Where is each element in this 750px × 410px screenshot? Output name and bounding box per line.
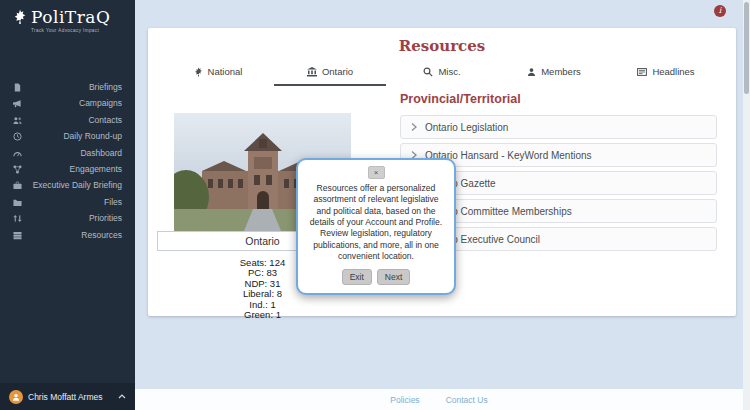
stack-icon bbox=[13, 231, 22, 240]
page-title: Resources bbox=[148, 37, 736, 55]
sidebar-item-briefings[interactable]: Briefings bbox=[0, 79, 135, 95]
sidebar-item-executive-daily-briefing[interactable]: Executive Daily Briefing bbox=[0, 177, 135, 193]
close-icon[interactable]: × bbox=[368, 166, 385, 179]
app-name: PoliTraQ bbox=[31, 9, 110, 26]
user-name: Chris Moffatt Armes bbox=[28, 392, 102, 402]
people-icon bbox=[13, 116, 22, 125]
document-icon bbox=[13, 83, 22, 92]
sidebar-item-priorities[interactable]: Priorities bbox=[0, 210, 135, 226]
app-tagline: Track Your Advocacy Impact bbox=[31, 28, 110, 33]
main-content: i Resources National Ontario Misc. Membe… bbox=[135, 0, 750, 410]
sidebar-item-label: Dashboard bbox=[80, 148, 122, 158]
exit-button[interactable]: Exit bbox=[342, 269, 372, 285]
sidebar-item-files[interactable]: Files bbox=[0, 194, 135, 210]
scrollbar-track[interactable] bbox=[743, 0, 750, 410]
megaphone-icon bbox=[13, 99, 22, 108]
next-button[interactable]: Next bbox=[377, 269, 410, 285]
stat-green: Green: 1 bbox=[240, 310, 285, 320]
sidebar-item-label: Engagements bbox=[70, 164, 122, 174]
newspaper-icon bbox=[637, 67, 647, 77]
sidebar-item-daily-round-up[interactable]: Daily Round-up bbox=[0, 128, 135, 144]
briefcase-icon bbox=[13, 181, 22, 190]
tab-bar: National Ontario Misc. Members Headlines bbox=[162, 61, 722, 86]
person-icon bbox=[527, 67, 536, 77]
sidebar-item-label: Resources bbox=[81, 230, 122, 240]
tab-members[interactable]: Members bbox=[498, 61, 610, 86]
sidebar-menu: Briefings Campaigns Contacts Daily Round… bbox=[0, 79, 135, 243]
sidebar-item-campaigns[interactable]: Campaigns bbox=[0, 95, 135, 111]
footer: Policies Contact Us bbox=[135, 389, 743, 410]
sidebar-item-label: Priorities bbox=[89, 213, 122, 223]
folder-icon bbox=[13, 198, 22, 207]
tab-label: Misc. bbox=[438, 66, 460, 77]
tour-tooltip: × Resources offer a personalized assortm… bbox=[296, 158, 456, 295]
search-icon bbox=[423, 67, 433, 77]
sidebar-item-engagements[interactable]: Engagements bbox=[0, 161, 135, 177]
network-icon bbox=[13, 165, 22, 174]
province-stats: Seats: 124 PC: 83 NDP: 31 Liberal: 8 Ind… bbox=[240, 258, 285, 321]
info-icon[interactable]: i bbox=[714, 5, 726, 17]
chevron-up-icon bbox=[118, 394, 126, 399]
sidebar-item-contacts[interactable]: Contacts bbox=[0, 112, 135, 128]
gauge-icon bbox=[13, 149, 22, 158]
tour-text: Resources offer a personalized assortmen… bbox=[306, 183, 446, 262]
tab-label: Members bbox=[541, 66, 581, 77]
chevron-right-icon bbox=[411, 123, 417, 131]
bank-icon bbox=[307, 67, 317, 77]
sidebar-item-label: Files bbox=[104, 197, 122, 207]
tab-national[interactable]: National bbox=[162, 61, 274, 86]
maple-leaf-logo-icon bbox=[13, 9, 27, 25]
accordion-label: Ontario Legislation bbox=[425, 122, 508, 133]
sidebar-item-resources[interactable]: Resources bbox=[0, 227, 135, 243]
section-heading: Provincial/Territorial bbox=[400, 92, 717, 106]
sidebar-item-label: Campaigns bbox=[79, 98, 122, 108]
sidebar-item-label: Contacts bbox=[88, 115, 122, 125]
tab-label: Headlines bbox=[652, 66, 694, 77]
policies-link[interactable]: Policies bbox=[390, 395, 419, 405]
clock-icon bbox=[13, 132, 22, 141]
tour-actions: Exit Next bbox=[306, 269, 446, 285]
tab-headlines[interactable]: Headlines bbox=[610, 61, 722, 86]
sidebar-item-label: Briefings bbox=[89, 82, 122, 92]
scrollbar-thumb[interactable] bbox=[744, 2, 749, 94]
sidebar-item-label: Executive Daily Briefing bbox=[33, 180, 122, 190]
sidebar-item-dashboard[interactable]: Dashboard bbox=[0, 145, 135, 161]
maple-leaf-icon bbox=[194, 67, 203, 77]
app-logo[interactable]: PoliTraQ Track Your Advocacy Impact bbox=[0, 0, 135, 33]
tab-misc[interactable]: Misc. bbox=[386, 61, 498, 86]
tab-ontario[interactable]: Ontario bbox=[274, 61, 386, 86]
accordion-ontario-legislation[interactable]: Ontario Legislation bbox=[400, 115, 717, 139]
sort-arrows-icon bbox=[13, 214, 22, 223]
avatar bbox=[9, 390, 23, 404]
sidebar: PoliTraQ Track Your Advocacy Impact Brie… bbox=[0, 0, 135, 410]
tab-label: National bbox=[208, 66, 243, 77]
sidebar-item-label: Daily Round-up bbox=[63, 131, 122, 141]
tab-label: Ontario bbox=[322, 66, 353, 77]
contact-us-link[interactable]: Contact Us bbox=[446, 395, 488, 405]
user-menu[interactable]: Chris Moffatt Armes bbox=[0, 383, 135, 410]
